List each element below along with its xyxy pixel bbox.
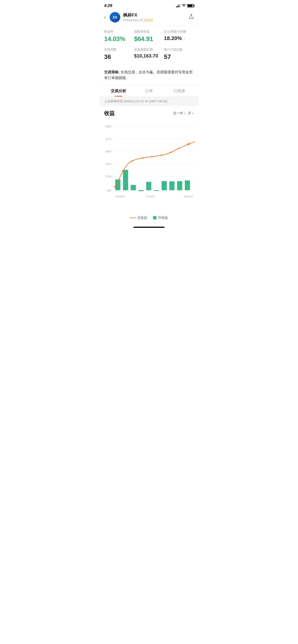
stats-row-1: 收益率 14.03% 跟随者收益 $64.91 近13周最大回撤 18.20% … xyxy=(104,30,194,43)
svg-point-26 xyxy=(142,157,143,158)
legend-total-label: 总收益 xyxy=(137,216,147,220)
chevron-down-icon: ∨ xyxy=(184,112,186,115)
stat-return-rate: 收益率 14.03% xyxy=(104,30,134,43)
svg-text:2019/03: 2019/03 xyxy=(115,195,124,198)
stat-follower-income: 跟随者收益 $64.91 xyxy=(134,30,164,43)
status-bar: 4:29 xyxy=(99,0,199,10)
stat-value-return: 14.03% xyxy=(104,35,134,43)
chart-section: 收益 近一年 ∨ 月 ∨ $984 $774 $564 $354 $144 -$… xyxy=(99,106,199,225)
svg-text:$354: $354 xyxy=(106,162,112,165)
svg-text:2019/07: 2019/07 xyxy=(146,195,156,198)
chart-svg: $984 $774 $564 $354 $144 -$66 xyxy=(99,121,196,212)
signal-icon xyxy=(176,4,181,8)
svg-rect-20 xyxy=(169,181,175,190)
trader-sub: Dukascopy #5 交易员 xyxy=(123,18,188,22)
svg-point-25 xyxy=(131,160,133,162)
svg-text:-$66: -$66 xyxy=(106,189,111,192)
battery-icon xyxy=(187,4,194,8)
svg-rect-17 xyxy=(146,182,151,190)
tab-orders[interactable]: 订单 xyxy=(134,85,164,96)
home-indicator xyxy=(99,225,199,231)
svg-rect-16 xyxy=(138,190,143,191)
legend-monthly-income: 月收益 xyxy=(153,216,168,220)
svg-point-28 xyxy=(161,154,162,156)
svg-rect-15 xyxy=(131,185,136,190)
stat-label-return: 收益率 xyxy=(104,30,134,34)
stat-label-total: 实盘跟随总额 xyxy=(134,48,164,52)
stat-value-drawdown: 18.20% xyxy=(164,35,182,42)
trader-info: 枫林FX Dukascopy #5 交易员 xyxy=(123,12,188,22)
avatar-logo: EA xyxy=(113,15,117,19)
legend-monthly-label: 月收益 xyxy=(158,216,168,220)
svg-rect-22 xyxy=(185,180,190,190)
back-button[interactable]: ‹ xyxy=(103,13,107,21)
header: ‹ EA 枫林FX Dukascopy #5 交易员 xyxy=(99,10,199,26)
trader-link[interactable]: 交易员 xyxy=(144,18,153,22)
stat-label-subs: 累计订阅次数 xyxy=(164,48,194,52)
chart-legend: 总收益 月收益 xyxy=(99,212,199,225)
stat-value-subs: 57 xyxy=(164,53,194,60)
strategy-label: 交易策略: xyxy=(104,70,120,74)
tabs: 交易分析 订单 订阅者 xyxy=(99,85,199,97)
chart-title: 收益 xyxy=(104,110,115,117)
stats-section: 收益率 14.03% 跟随者收益 $64.91 近13周最大回撤 18.20% … xyxy=(99,26,199,67)
chart-header: 收益 近一年 ∨ 月 ∨ xyxy=(99,110,199,121)
stat-trade-weeks: 交易周数 36 xyxy=(104,48,134,60)
stat-subscriptions: 累计订阅次数 57 xyxy=(164,48,194,60)
svg-point-30 xyxy=(178,148,180,149)
share-button[interactable] xyxy=(188,13,195,22)
strategy-section: 交易策略: 长线交易，步步为赢。若跟随需要对等资金所有订单都跟随。 xyxy=(99,67,199,85)
tab-analysis[interactable]: 交易分析 xyxy=(103,85,134,96)
period-filter-button[interactable]: 近一年 ∨ xyxy=(173,111,186,116)
tab-subscribers[interactable]: 订阅者 xyxy=(164,85,195,96)
stat-max-drawdown: 近13周最大回撤 18.20% › xyxy=(164,30,194,43)
svg-point-27 xyxy=(152,156,153,158)
stat-total-follow: 实盘跟随总额 $10,163.70 xyxy=(134,48,164,60)
stats-row-2: 交易周数 36 实盘跟随总额 $10,163.70 累计订阅次数 57 xyxy=(104,48,194,60)
chart-filters: 近一年 ∨ 月 ∨ xyxy=(173,111,194,116)
strategy-text: 交易策略: 长线交易，步步为赢。若跟随需要对等资金所有订单都跟随。 xyxy=(104,69,194,81)
chevron-right-icon[interactable]: › xyxy=(184,36,185,41)
legend-total-income: 总收益 xyxy=(130,216,147,220)
stat-value-total: $10,163.70 xyxy=(134,53,164,59)
svg-rect-21 xyxy=(177,181,182,190)
legend-bar-icon xyxy=(153,216,157,220)
stat-value-follower: $64.91 xyxy=(134,35,164,43)
svg-point-23 xyxy=(114,186,116,188)
svg-text:$144: $144 xyxy=(106,175,112,178)
stat-label-drawdown: 近13周最大回撤 xyxy=(164,30,194,34)
stat-label-weeks: 交易周数 xyxy=(104,48,134,52)
chevron-down-icon-2: ∨ xyxy=(192,112,194,115)
svg-point-31 xyxy=(187,143,189,145)
home-indicator-bar xyxy=(133,227,165,228)
svg-rect-14 xyxy=(123,170,128,190)
chart-canvas: $984 $774 $564 $354 $144 -$66 xyxy=(99,121,199,212)
unit-filter-button[interactable]: 月 ∨ xyxy=(188,111,194,116)
svg-point-24 xyxy=(122,170,124,172)
svg-text:2019/11: 2019/11 xyxy=(184,195,193,198)
svg-rect-19 xyxy=(162,181,167,190)
stat-value-weeks: 36 xyxy=(104,53,134,60)
trader-name: 枫林FX xyxy=(123,12,188,18)
svg-text:$564: $564 xyxy=(106,150,112,153)
svg-point-29 xyxy=(170,152,172,153)
svg-rect-18 xyxy=(154,190,159,191)
status-time: 4:29 xyxy=(104,3,112,8)
status-icons xyxy=(176,4,194,8)
svg-text:$774: $774 xyxy=(106,138,112,140)
avatar: EA xyxy=(110,12,120,22)
svg-text:$984: $984 xyxy=(106,125,112,128)
wifi-icon xyxy=(182,4,186,8)
update-banner: 上次更新时间 2019/11/23 22:18 (GMT+08:00) xyxy=(99,97,199,106)
stat-label-follower: 跟随者收益 xyxy=(134,30,164,34)
